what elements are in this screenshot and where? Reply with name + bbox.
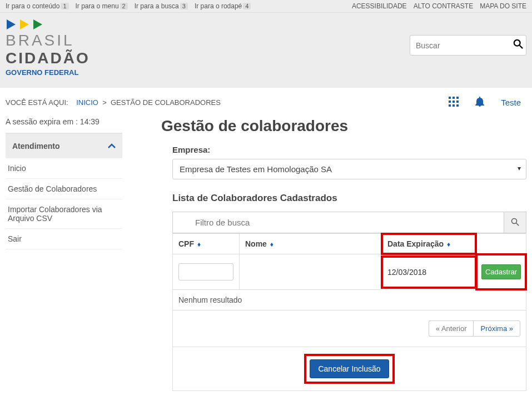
logo[interactable]: BRASIL CIDADÃO GOVERNO FEDERAL <box>6 18 90 77</box>
sidebar: A sessão expira em : 14:39 Atendimento I… <box>6 117 122 391</box>
svg-rect-9 <box>453 101 455 103</box>
logo-chevrons <box>6 18 90 31</box>
col-nome[interactable]: Nome ♦ <box>240 234 382 254</box>
sidebar-item-importar[interactable]: Importar Colaboradores via Arquivo CSV <box>6 199 122 229</box>
sort-icon: ♦ <box>197 240 201 248</box>
chevron-up-icon <box>108 142 116 151</box>
cpf-input[interactable] <box>178 263 233 280</box>
sort-icon: ♦ <box>447 240 450 248</box>
cadastrar-button[interactable]: Cadastrar <box>481 264 521 279</box>
list-header: Lista de Colaboradores Cadastrados <box>172 193 526 204</box>
session-expiry: A sessão expira em : 14:39 <box>6 117 122 126</box>
col-data-expiracao[interactable]: Data Expiração ♦ <box>382 234 476 254</box>
skip-search[interactable]: Ir para a busca3 <box>135 2 188 10</box>
pager-next[interactable]: Próxima » <box>473 320 520 337</box>
bell-icon[interactable] <box>475 97 484 108</box>
svg-line-4 <box>520 46 523 48</box>
pager-prev[interactable]: « Anterior <box>429 320 474 337</box>
empresa-select[interactable]: Empresa de Testes em Homologação SA <box>172 159 526 179</box>
cancelar-inclusao-button[interactable]: Cancelar Inclusão <box>310 359 389 378</box>
filter-search-button[interactable] <box>504 212 526 233</box>
table-row: 12/03/2018 Cadastrar <box>173 254 526 290</box>
brand-gov: GOVERNO FEDERAL <box>6 68 90 77</box>
page-title: Gestão de colaboradores <box>161 117 526 135</box>
content: Gestão de colaboradores Empresa: Empresa… <box>161 117 526 391</box>
sidebar-header-atendimento[interactable]: Atendimento <box>6 133 122 158</box>
header: BRASIL CIDADÃO GOVERNO FEDERAL <box>0 13 532 88</box>
sitemap-link[interactable]: MAPA DO SITE <box>480 2 526 10</box>
col-cpf[interactable]: CPF ♦ <box>173 234 240 254</box>
svg-line-15 <box>516 223 519 225</box>
sidebar-item-sair[interactable]: Sair <box>6 229 122 249</box>
svg-rect-10 <box>456 101 459 103</box>
accessibility-bar: Ir para o conteúdo1 Ir para o menu2 Ir p… <box>0 0 532 13</box>
svg-marker-2 <box>33 19 42 29</box>
data-expiracao-cell: 12/03/2018 <box>382 257 476 288</box>
svg-rect-13 <box>456 104 459 107</box>
breadcrumb-row: VOCÊ ESTÁ AQUI: INICIO > GESTÃO DE COLAB… <box>0 88 532 117</box>
skip-links: Ir para o conteúdo1 Ir para o menu2 Ir p… <box>6 2 251 10</box>
accessibility-link[interactable]: ACESSIBILIDADE <box>352 2 407 10</box>
high-contrast-link[interactable]: ALTO CONTRASTE <box>414 2 474 10</box>
main: A sessão expira em : 14:39 Atendimento I… <box>0 117 532 391</box>
user-name[interactable]: Teste <box>501 98 521 107</box>
empresa-label: Empresa: <box>172 145 526 154</box>
sidebar-item-gestao[interactable]: Gestão de Colaboradores <box>6 179 122 199</box>
colaboradores-table: CPF ♦ Nome ♦ Data Expiração ♦ 12/03/2018 <box>172 233 526 391</box>
sidebar-item-inicio[interactable]: Inicio <box>6 158 122 179</box>
breadcrumb: VOCÊ ESTÁ AQUI: INICIO > GESTÃO DE COLAB… <box>6 98 221 107</box>
svg-rect-5 <box>449 97 451 99</box>
user-area: Teste <box>449 97 521 108</box>
search-input[interactable] <box>416 41 513 50</box>
svg-rect-7 <box>456 97 459 99</box>
search-box <box>410 35 526 56</box>
skip-content[interactable]: Ir para o conteúdo1 <box>6 2 69 10</box>
skip-footer[interactable]: Ir para o rodapé4 <box>195 2 251 10</box>
svg-marker-0 <box>7 19 16 29</box>
svg-rect-11 <box>449 104 451 107</box>
sort-icon: ♦ <box>270 240 274 248</box>
svg-rect-8 <box>449 101 451 103</box>
brand-cidadao: CIDADÃO <box>6 49 90 67</box>
svg-rect-6 <box>453 97 455 99</box>
svg-marker-1 <box>20 19 29 29</box>
top-right-links: ACESSIBILIDADE ALTO CONTRASTE MAPA DO SI… <box>352 2 526 10</box>
filter-input[interactable] <box>172 212 504 233</box>
breadcrumb-current: GESTÃO DE COLABORADORES <box>111 98 221 107</box>
svg-rect-12 <box>453 104 455 107</box>
svg-point-14 <box>512 218 517 223</box>
skip-menu[interactable]: Ir para o menu2 <box>76 2 128 10</box>
svg-point-3 <box>514 40 520 46</box>
brand-brasil: BRASIL <box>6 32 90 49</box>
pagination: « Anterior Próxima » <box>429 320 520 337</box>
apps-icon[interactable] <box>449 97 459 108</box>
breadcrumb-home[interactable]: INICIO <box>76 98 98 107</box>
search-icon[interactable] <box>513 39 523 52</box>
no-result-row: Nenhum resultado <box>173 290 526 310</box>
